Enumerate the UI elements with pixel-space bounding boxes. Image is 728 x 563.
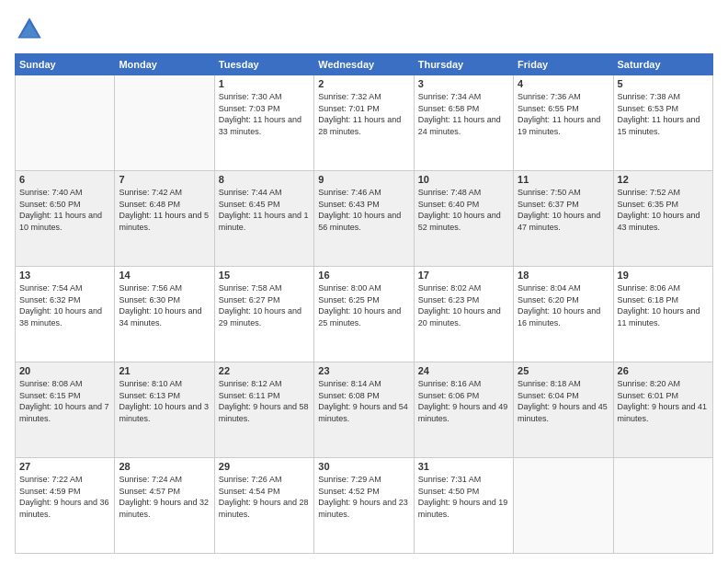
calendar-cell: 25Sunrise: 8:18 AMSunset: 6:04 PMDayligh… [514, 362, 613, 458]
calendar-cell: 8Sunrise: 7:44 AMSunset: 6:45 PMDaylight… [214, 171, 313, 267]
calendar-cell: 22Sunrise: 8:12 AMSunset: 6:11 PMDayligh… [214, 362, 313, 458]
day-info: Sunrise: 8:08 AMSunset: 6:15 PMDaylight:… [19, 378, 110, 424]
day-info: Sunrise: 8:12 AMSunset: 6:11 PMDaylight:… [219, 378, 310, 424]
calendar-week-row: 20Sunrise: 8:08 AMSunset: 6:15 PMDayligh… [16, 362, 713, 458]
day-info: Sunrise: 7:30 AMSunset: 7:03 PMDaylight:… [219, 91, 310, 137]
day-number: 31 [418, 461, 509, 472]
day-info: Sunrise: 7:42 AMSunset: 6:48 PMDaylight:… [119, 187, 210, 233]
calendar-cell: 24Sunrise: 8:16 AMSunset: 6:06 PMDayligh… [414, 362, 513, 458]
calendar-cell [613, 458, 712, 554]
day-number: 2 [318, 78, 409, 89]
day-info: Sunrise: 8:14 AMSunset: 6:08 PMDaylight:… [318, 378, 409, 424]
day-number: 4 [518, 78, 609, 89]
calendar-cell: 30Sunrise: 7:29 AMSunset: 4:52 PMDayligh… [314, 458, 414, 554]
day-number: 16 [318, 270, 409, 281]
day-number: 22 [219, 365, 310, 376]
calendar-cell: 7Sunrise: 7:42 AMSunset: 6:48 PMDaylight… [115, 171, 214, 267]
day-info: Sunrise: 7:31 AMSunset: 4:50 PMDaylight:… [418, 474, 509, 520]
calendar-cell: 18Sunrise: 8:04 AMSunset: 6:20 PMDayligh… [514, 267, 613, 362]
day-info: Sunrise: 8:06 AMSunset: 6:18 PMDaylight:… [618, 282, 709, 328]
weekday-header-row: SundayMondayTuesdayWednesdayThursdayFrid… [16, 54, 713, 75]
day-info: Sunrise: 8:00 AMSunset: 6:25 PMDaylight:… [318, 282, 409, 328]
logo-icon [15, 15, 44, 44]
day-number: 30 [318, 461, 409, 472]
page: SundayMondayTuesdayWednesdayThursdayFrid… [0, 0, 728, 563]
day-number: 24 [418, 365, 509, 376]
day-number: 5 [618, 78, 709, 89]
day-number: 1 [219, 78, 310, 89]
day-number: 27 [19, 461, 110, 472]
weekday-header-thursday: Thursday [414, 54, 513, 75]
calendar-cell: 26Sunrise: 8:20 AMSunset: 6:01 PMDayligh… [613, 362, 712, 458]
day-info: Sunrise: 7:44 AMSunset: 6:45 PMDaylight:… [219, 187, 310, 233]
day-number: 29 [219, 461, 310, 472]
day-info: Sunrise: 7:58 AMSunset: 6:27 PMDaylight:… [219, 282, 310, 328]
calendar-cell: 28Sunrise: 7:24 AMSunset: 4:57 PMDayligh… [115, 458, 214, 554]
calendar-cell: 29Sunrise: 7:26 AMSunset: 4:54 PMDayligh… [214, 458, 313, 554]
calendar-week-row: 27Sunrise: 7:22 AMSunset: 4:59 PMDayligh… [16, 458, 713, 554]
calendar-cell: 27Sunrise: 7:22 AMSunset: 4:59 PMDayligh… [16, 458, 115, 554]
calendar-cell: 2Sunrise: 7:32 AMSunset: 7:01 PMDaylight… [314, 75, 414, 171]
day-info: Sunrise: 7:50 AMSunset: 6:37 PMDaylight:… [518, 187, 609, 233]
day-info: Sunrise: 8:20 AMSunset: 6:01 PMDaylight:… [618, 378, 709, 424]
calendar-cell: 12Sunrise: 7:52 AMSunset: 6:35 PMDayligh… [613, 171, 712, 267]
calendar-cell: 14Sunrise: 7:56 AMSunset: 6:30 PMDayligh… [115, 267, 214, 362]
day-number: 12 [618, 174, 709, 185]
header [15, 15, 713, 44]
calendar-cell: 21Sunrise: 8:10 AMSunset: 6:13 PMDayligh… [115, 362, 214, 458]
calendar-cell: 1Sunrise: 7:30 AMSunset: 7:03 PMDaylight… [214, 75, 313, 171]
day-info: Sunrise: 7:36 AMSunset: 6:55 PMDaylight:… [518, 91, 609, 137]
day-info: Sunrise: 7:38 AMSunset: 6:53 PMDaylight:… [618, 91, 709, 137]
day-info: Sunrise: 7:29 AMSunset: 4:52 PMDaylight:… [318, 474, 409, 520]
day-info: Sunrise: 7:24 AMSunset: 4:57 PMDaylight:… [119, 474, 210, 520]
day-number: 8 [219, 174, 310, 185]
calendar-cell: 15Sunrise: 7:58 AMSunset: 6:27 PMDayligh… [214, 267, 313, 362]
day-number: 20 [19, 365, 110, 376]
calendar-cell: 16Sunrise: 8:00 AMSunset: 6:25 PMDayligh… [314, 267, 414, 362]
day-number: 9 [318, 174, 409, 185]
day-info: Sunrise: 7:52 AMSunset: 6:35 PMDaylight:… [618, 187, 709, 233]
day-number: 3 [418, 78, 509, 89]
calendar-week-row: 13Sunrise: 7:54 AMSunset: 6:32 PMDayligh… [16, 267, 713, 362]
calendar-cell: 19Sunrise: 8:06 AMSunset: 6:18 PMDayligh… [613, 267, 712, 362]
day-info: Sunrise: 7:26 AMSunset: 4:54 PMDaylight:… [219, 474, 310, 520]
day-number: 19 [618, 270, 709, 281]
day-number: 25 [518, 365, 609, 376]
day-number: 6 [19, 174, 110, 185]
calendar-cell: 9Sunrise: 7:46 AMSunset: 6:43 PMDaylight… [314, 171, 414, 267]
calendar-cell: 31Sunrise: 7:31 AMSunset: 4:50 PMDayligh… [414, 458, 513, 554]
day-info: Sunrise: 7:40 AMSunset: 6:50 PMDaylight:… [19, 187, 110, 233]
calendar-cell [115, 75, 214, 171]
day-info: Sunrise: 7:22 AMSunset: 4:59 PMDaylight:… [19, 474, 110, 520]
weekday-header-saturday: Saturday [613, 54, 712, 75]
day-info: Sunrise: 8:10 AMSunset: 6:13 PMDaylight:… [119, 378, 210, 424]
day-number: 23 [318, 365, 409, 376]
weekday-header-friday: Friday [514, 54, 613, 75]
calendar-cell: 5Sunrise: 7:38 AMSunset: 6:53 PMDaylight… [613, 75, 712, 171]
weekday-header-sunday: Sunday [16, 54, 115, 75]
day-info: Sunrise: 7:34 AMSunset: 6:58 PMDaylight:… [418, 91, 509, 137]
day-number: 17 [418, 270, 509, 281]
calendar-cell: 4Sunrise: 7:36 AMSunset: 6:55 PMDaylight… [514, 75, 613, 171]
day-number: 10 [418, 174, 509, 185]
logo [15, 15, 48, 44]
day-info: Sunrise: 7:54 AMSunset: 6:32 PMDaylight:… [19, 282, 110, 328]
calendar-cell: 23Sunrise: 8:14 AMSunset: 6:08 PMDayligh… [314, 362, 414, 458]
calendar-cell: 13Sunrise: 7:54 AMSunset: 6:32 PMDayligh… [16, 267, 115, 362]
day-number: 15 [219, 270, 310, 281]
day-number: 28 [119, 461, 210, 472]
calendar-cell: 6Sunrise: 7:40 AMSunset: 6:50 PMDaylight… [16, 171, 115, 267]
calendar-cell: 20Sunrise: 8:08 AMSunset: 6:15 PMDayligh… [16, 362, 115, 458]
day-number: 14 [119, 270, 210, 281]
day-number: 7 [119, 174, 210, 185]
day-number: 18 [518, 270, 609, 281]
calendar-week-row: 6Sunrise: 7:40 AMSunset: 6:50 PMDaylight… [16, 171, 713, 267]
calendar-cell: 11Sunrise: 7:50 AMSunset: 6:37 PMDayligh… [514, 171, 613, 267]
weekday-header-monday: Monday [115, 54, 214, 75]
calendar-table: SundayMondayTuesdayWednesdayThursdayFrid… [15, 53, 713, 554]
day-info: Sunrise: 8:16 AMSunset: 6:06 PMDaylight:… [418, 378, 509, 424]
calendar-cell: 10Sunrise: 7:48 AMSunset: 6:40 PMDayligh… [414, 171, 513, 267]
day-number: 11 [518, 174, 609, 185]
day-info: Sunrise: 7:56 AMSunset: 6:30 PMDaylight:… [119, 282, 210, 328]
weekday-header-tuesday: Tuesday [214, 54, 313, 75]
